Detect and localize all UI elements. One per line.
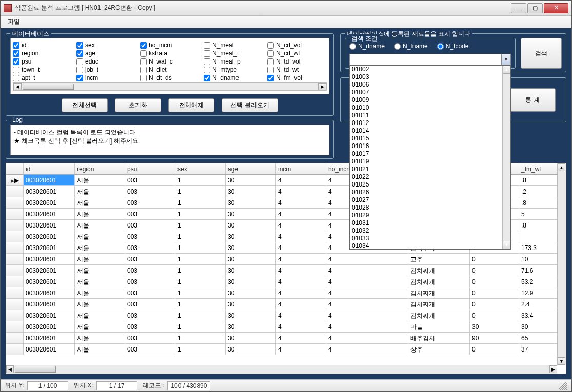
column-check-educ[interactable]: educ — [76, 58, 136, 65]
row-header[interactable] — [6, 186, 24, 197]
grid-cell[interactable]: 003020601 — [24, 299, 75, 310]
checkbox-age[interactable] — [76, 50, 83, 57]
col-header-id[interactable]: id — [24, 163, 75, 175]
checkbox-N_meal_t[interactable] — [204, 50, 210, 57]
grid-cell[interactable]: 4 — [276, 197, 326, 209]
grid-cell[interactable]: 1 — [175, 254, 226, 265]
grid-cell[interactable]: 003 — [125, 299, 175, 310]
search-button[interactable]: 검색 — [521, 38, 562, 69]
grid-cell[interactable]: 30 — [226, 265, 276, 276]
checkbox-id[interactable] — [13, 42, 19, 49]
grid-cell[interactable]: 0 — [470, 299, 519, 310]
column-check-N_fm_vol[interactable]: N_fm_vol — [267, 74, 327, 81]
grid-cell[interactable]: 0 — [470, 265, 519, 276]
dropdown-toggle-icon[interactable]: ▼ — [501, 54, 510, 65]
grid-cell[interactable]: 서울 — [75, 299, 125, 310]
grid-cell[interactable]: 1 — [175, 333, 226, 344]
checkbox-N_td_vol[interactable] — [267, 58, 274, 65]
column-check-age[interactable]: age — [76, 50, 136, 57]
column-check-N_meal[interactable]: N_meal — [204, 42, 263, 49]
dropdown-item[interactable]: 01034 — [350, 242, 502, 250]
grid-cell[interactable]: 김치찌개 — [408, 310, 470, 321]
grid-cell[interactable]: 4 — [276, 287, 326, 299]
grid-cell[interactable]: 30 — [226, 344, 276, 355]
checkbox-N_mtype[interactable] — [204, 67, 210, 73]
grid-cell[interactable]: 4 — [276, 299, 326, 310]
dropdown-item[interactable]: 01009 — [350, 96, 502, 104]
grid-cell[interactable]: 1 — [175, 344, 226, 355]
dropdown-item[interactable]: 01021 — [350, 166, 502, 173]
dropdown-item[interactable]: 01006 — [350, 81, 502, 89]
checkbox-region[interactable] — [13, 50, 19, 57]
grid-cell[interactable]: 4 — [276, 175, 326, 186]
menu-file[interactable]: 파일 — [4, 16, 24, 27]
grid-cell[interactable]: 1 — [175, 242, 226, 254]
grid-cell[interactable]: 0 — [470, 310, 519, 321]
grid-hscroll[interactable]: ◀ ▶ — [6, 365, 557, 374]
grid-cell[interactable]: 4 — [276, 310, 326, 321]
checkbox-psu[interactable] — [13, 58, 19, 65]
column-check-kstrata[interactable]: kstrata — [140, 50, 200, 57]
col-header-psu[interactable]: psu — [125, 163, 175, 175]
column-check-incm[interactable]: incm — [76, 74, 136, 81]
grid-cell[interactable]: 003020601 — [24, 344, 75, 355]
grid-cell[interactable]: 서울 — [75, 344, 125, 355]
checkbox-sex[interactable] — [76, 42, 83, 49]
grid-cell[interactable]: 1 — [175, 197, 226, 209]
row-header[interactable] — [6, 299, 24, 310]
dropdown-vscroll[interactable]: ▲ ▼ — [502, 66, 510, 249]
grid-cell[interactable]: 4 — [326, 299, 408, 310]
checkbox-apt_t[interactable] — [13, 75, 19, 81]
grid-cell[interactable]: 30 — [226, 310, 276, 321]
column-check-N_dt_ds[interactable]: N_dt_ds — [140, 74, 200, 81]
grid-cell[interactable]: 서울 — [75, 242, 125, 254]
grid-cell[interactable]: 0 — [470, 287, 519, 299]
checkbox-N_dt_ds[interactable] — [140, 75, 147, 81]
grid-cell[interactable]: 4 — [276, 209, 326, 220]
radio-input-fcode[interactable] — [437, 43, 444, 50]
row-header[interactable] — [6, 209, 24, 220]
grid-cell[interactable]: 4 — [326, 321, 408, 333]
column-check-N_td_vol[interactable]: N_td_vol — [267, 58, 327, 65]
row-header[interactable] — [6, 287, 24, 299]
grid-cell[interactable]: 003020601 — [24, 310, 75, 321]
dropdown-item[interactable]: 01011 — [350, 112, 502, 119]
column-check-N_meal_t[interactable]: N_meal_t — [204, 50, 263, 57]
grid-hscroll-right-icon[interactable]: ▶ — [549, 365, 557, 373]
column-check-N_td_wt[interactable]: N_td_wt — [267, 66, 327, 73]
grid-cell[interactable]: 30 — [226, 287, 276, 299]
grid-cell[interactable]: 4 — [326, 254, 408, 265]
dropdown-item[interactable]: 01022 — [350, 173, 502, 181]
grid-cell[interactable]: 003020601 — [24, 197, 75, 209]
dropdown-item[interactable]: 01026 — [350, 189, 502, 196]
grid-cell[interactable]: 1 — [175, 220, 226, 231]
grid-cell[interactable]: 4 — [276, 321, 326, 333]
grid-cell[interactable]: 4 — [276, 254, 326, 265]
grid-cell[interactable]: 003020601 — [24, 321, 75, 333]
grid-cell[interactable]: 김치찌개 — [408, 287, 470, 299]
grid-cell[interactable]: 003020601 — [24, 220, 75, 231]
radio-input-dname[interactable] — [349, 43, 356, 50]
grid-cell[interactable]: 1 — [175, 209, 226, 220]
grid-cell[interactable]: 003020601 — [24, 186, 75, 197]
column-check-apt_t[interactable]: apt_t — [13, 74, 72, 81]
resize-grip-icon[interactable] — [559, 382, 567, 390]
grid-vscroll[interactable]: ▲ ▼ — [557, 163, 566, 365]
grid-vscroll-down-icon[interactable]: ▼ — [558, 357, 565, 365]
grid-cell[interactable]: 003 — [125, 276, 175, 287]
grid-cell[interactable]: 4 — [326, 310, 408, 321]
grid-cell[interactable]: 1 — [175, 175, 226, 186]
grid-cell[interactable]: 30 — [470, 321, 519, 333]
hscroll-right-icon[interactable]: ▶ — [318, 83, 326, 90]
row-header[interactable] — [6, 276, 24, 287]
grid-cell[interactable]: 003020601 — [24, 242, 75, 254]
dropdown-item[interactable]: 01017 — [350, 150, 502, 158]
grid-cell[interactable]: 003020601 — [24, 254, 75, 265]
checkbox-N_fm_vol[interactable] — [267, 75, 274, 81]
grid-cell[interactable]: 1 — [175, 265, 226, 276]
dropdown-item[interactable]: 01033 — [350, 235, 502, 242]
grid-cell[interactable]: 003 — [125, 344, 175, 355]
grid-cell[interactable]: 003 — [125, 254, 175, 265]
grid-cell[interactable]: 003 — [125, 231, 175, 242]
grid-cell[interactable]: 003020601 — [24, 265, 75, 276]
